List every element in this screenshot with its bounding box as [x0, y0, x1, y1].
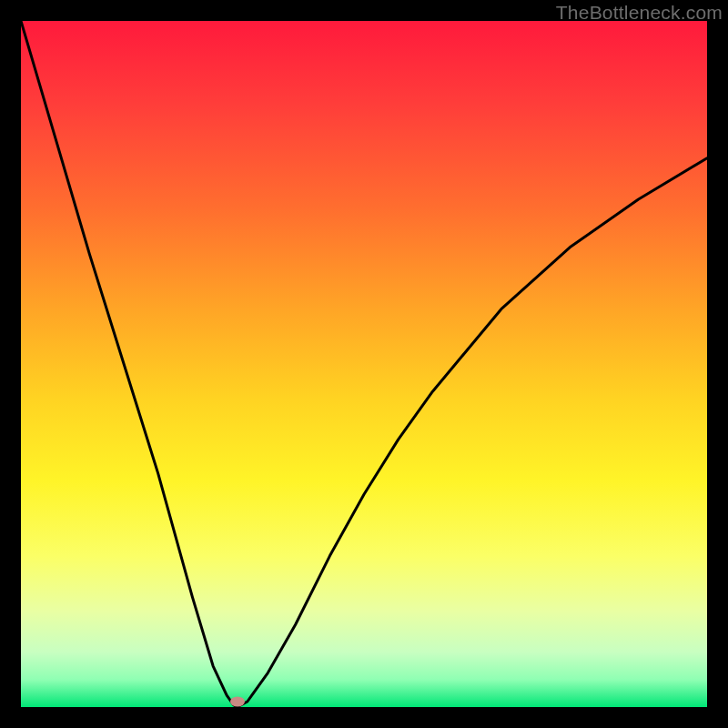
- plot-frame: [21, 21, 707, 707]
- watermark-text: TheBottleneck.com: [556, 2, 723, 24]
- bottleneck-curve: [21, 21, 707, 707]
- curve-layer: [21, 21, 707, 707]
- bottleneck-minimum-marker: [230, 696, 245, 706]
